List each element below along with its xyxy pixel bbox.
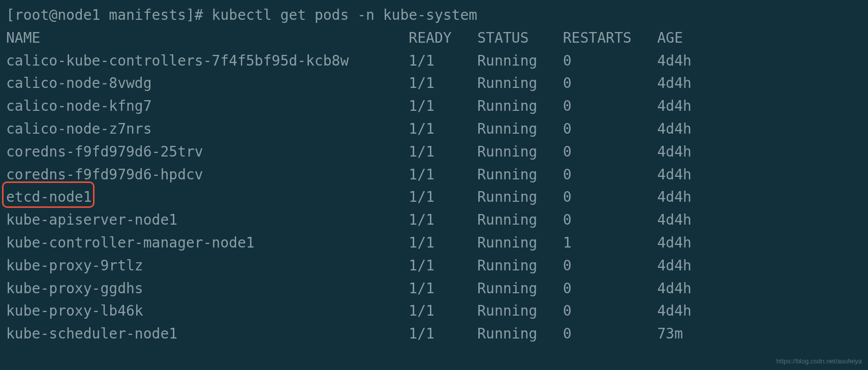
cell-status: Running bbox=[477, 280, 563, 297]
cell-restarts: 0 bbox=[563, 75, 657, 91]
cell-restarts: 0 bbox=[563, 257, 657, 274]
table-row: calico-node-kfng7 1/1 Running 0 4d4h bbox=[6, 95, 862, 118]
cell-status: Running bbox=[477, 120, 563, 137]
cell-age: 4d4h bbox=[657, 257, 691, 274]
cell-age: 4d4h bbox=[657, 75, 691, 91]
table-row: kube-proxy-ggdhs 1/1 Running 0 4d4h bbox=[6, 278, 862, 300]
cell-ready: 1/1 bbox=[409, 234, 477, 251]
cell-age: 73m bbox=[657, 325, 683, 342]
table-row: kube-apiserver-node1 1/1 Running 0 4d4h bbox=[6, 209, 862, 232]
cell-ready: 1/1 bbox=[409, 52, 477, 69]
cell-restarts: 0 bbox=[563, 52, 657, 69]
cell-age: 4d4h bbox=[657, 166, 691, 183]
cell-restarts: 0 bbox=[563, 280, 657, 297]
table-row: kube-proxy-9rtlz 1/1 Running 0 4d4h bbox=[6, 255, 862, 278]
table-row: etcd-node1 1/1 Running 0 4d4h bbox=[6, 186, 862, 209]
cell-age: 4d4h bbox=[657, 302, 691, 319]
cell-status: Running bbox=[477, 302, 563, 319]
cell-status: Running bbox=[477, 257, 563, 274]
cell-age: 4d4h bbox=[657, 189, 691, 205]
cell-restarts: 0 bbox=[563, 166, 657, 183]
watermark-text: https://blog.csdn.net/asufeiya bbox=[777, 356, 862, 367]
cell-name: kube-apiserver-node1 bbox=[6, 211, 409, 228]
table-row: calico-kube-controllers-7f4f5bf95d-kcb8w… bbox=[6, 50, 862, 73]
terminal-prompt-line: [root@node1 manifests]# kubectl get pods… bbox=[6, 4, 862, 27]
cell-ready: 1/1 bbox=[409, 302, 477, 319]
cell-restarts: 0 bbox=[563, 120, 657, 137]
cell-name: kube-proxy-lb46k bbox=[6, 302, 409, 319]
cell-status: Running bbox=[477, 325, 563, 342]
cell-ready: 1/1 bbox=[409, 75, 477, 91]
cell-status: Running bbox=[477, 52, 563, 69]
cell-restarts: 1 bbox=[563, 234, 657, 251]
cell-name: calico-node-z7nrs bbox=[6, 120, 409, 137]
cell-age: 4d4h bbox=[657, 98, 691, 114]
cell-ready: 1/1 bbox=[409, 211, 477, 228]
cell-name: coredns-f9fd979d6-25trv bbox=[6, 143, 409, 160]
cell-status: Running bbox=[477, 234, 563, 251]
prompt-prefix: [root@node1 manifests]# bbox=[6, 7, 203, 23]
cell-name: kube-proxy-ggdhs bbox=[6, 280, 409, 297]
cell-restarts: 0 bbox=[563, 143, 657, 160]
cell-age: 4d4h bbox=[657, 143, 691, 160]
cell-status: Running bbox=[477, 166, 563, 183]
cell-status: Running bbox=[477, 143, 563, 160]
cell-age: 4d4h bbox=[657, 211, 691, 228]
cell-restarts: 0 bbox=[563, 325, 657, 342]
cell-ready: 1/1 bbox=[409, 325, 477, 342]
cell-status: Running bbox=[477, 98, 563, 114]
table-row: calico-node-8vwdg 1/1 Running 0 4d4h bbox=[6, 72, 862, 95]
cell-name: kube-controller-manager-node1 bbox=[6, 234, 409, 251]
cell-name: coredns-f9fd979d6-hpdcv bbox=[6, 166, 409, 183]
table-row: kube-controller-manager-node1 1/1 Runnin… bbox=[6, 232, 862, 255]
header-ready: READY bbox=[409, 29, 477, 46]
cell-age: 4d4h bbox=[657, 280, 691, 297]
cell-ready: 1/1 bbox=[409, 98, 477, 114]
cell-age: 4d4h bbox=[657, 52, 691, 69]
cell-ready: 1/1 bbox=[409, 189, 477, 205]
header-name: NAME bbox=[6, 29, 409, 46]
cell-ready: 1/1 bbox=[409, 166, 477, 183]
table-header-row: NAME READY STATUS RESTARTS AGE bbox=[6, 27, 862, 50]
cell-name: kube-proxy-9rtlz bbox=[6, 257, 409, 274]
cell-name: calico-node-8vwdg bbox=[6, 75, 409, 91]
cell-ready: 1/1 bbox=[409, 280, 477, 297]
header-restarts: RESTARTS bbox=[563, 29, 657, 46]
cell-restarts: 0 bbox=[563, 98, 657, 114]
table-row: kube-scheduler-node1 1/1 Running 0 73m bbox=[6, 323, 862, 346]
cell-status: Running bbox=[477, 75, 563, 91]
cell-restarts: 0 bbox=[563, 189, 657, 205]
header-status: STATUS bbox=[477, 29, 563, 46]
table-row: kube-proxy-lb46k 1/1 Running 0 4d4h bbox=[6, 300, 862, 323]
cell-status: Running bbox=[477, 211, 563, 228]
command-text: kubectl get pods -n kube-system bbox=[212, 7, 478, 23]
cell-ready: 1/1 bbox=[409, 257, 477, 274]
cell-ready: 1/1 bbox=[409, 143, 477, 160]
cell-status: Running bbox=[477, 189, 563, 205]
cell-name: calico-node-kfng7 bbox=[6, 98, 409, 114]
cell-name: etcd-node1 bbox=[6, 189, 409, 205]
header-age: AGE bbox=[657, 29, 683, 46]
cell-name: calico-kube-controllers-7f4f5bf95d-kcb8w bbox=[6, 52, 409, 69]
cell-ready: 1/1 bbox=[409, 120, 477, 137]
cell-age: 4d4h bbox=[657, 234, 691, 251]
cell-age: 4d4h bbox=[657, 120, 691, 137]
table-row: calico-node-z7nrs 1/1 Running 0 4d4h bbox=[6, 118, 862, 141]
table-row: coredns-f9fd979d6-hpdcv 1/1 Running 0 4d… bbox=[6, 164, 862, 187]
cell-restarts: 0 bbox=[563, 302, 657, 319]
cell-name: kube-scheduler-node1 bbox=[6, 325, 409, 342]
cell-restarts: 0 bbox=[563, 211, 657, 228]
table-row: coredns-f9fd979d6-25trv 1/1 Running 0 4d… bbox=[6, 141, 862, 164]
